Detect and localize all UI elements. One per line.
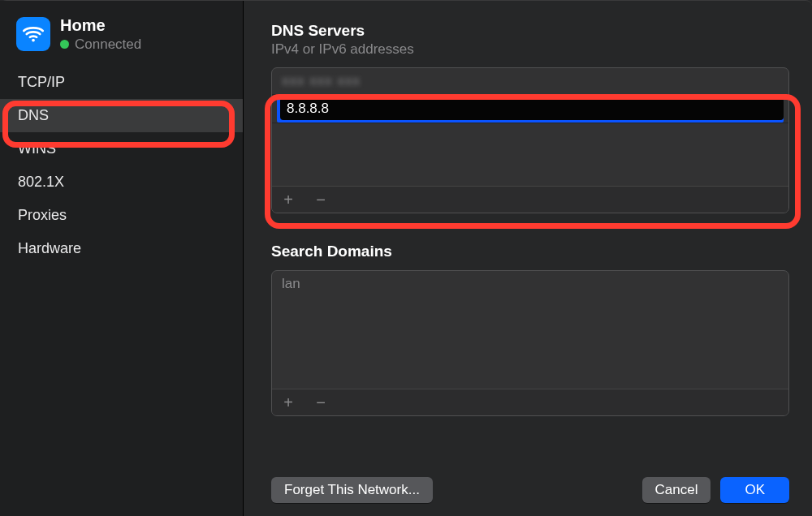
tab-8021x[interactable]: 802.1X: [0, 166, 243, 199]
search-domains-buttons: + −: [272, 389, 788, 415]
search-domains-title: Search Domains: [271, 243, 789, 260]
tab-dns[interactable]: DNS: [0, 99, 243, 132]
wifi-icon: [16, 17, 50, 51]
sidebar: Home Connected TCP/IP DNS WINS 802.1X Pr…: [0, 1, 244, 516]
tab-proxies[interactable]: Proxies: [0, 199, 243, 232]
remove-search-domain-button[interactable]: −: [314, 394, 327, 411]
dns-section-title: DNS Servers: [271, 22, 789, 40]
dns-section-subtitle: IPv4 or IPv6 addresses: [271, 41, 789, 58]
cancel-button[interactable]: Cancel: [642, 477, 711, 503]
search-domain-value: lan: [282, 276, 300, 291]
content-pane: DNS Servers IPv4 or IPv6 addresses xxx x…: [244, 1, 812, 516]
tab-tcpip[interactable]: TCP/IP: [0, 66, 243, 99]
add-dns-button[interactable]: +: [282, 191, 295, 208]
status-dot-icon: [60, 40, 69, 49]
network-header: Home Connected: [0, 12, 243, 66]
dns-row-value: xxx xxx xxx: [282, 73, 361, 88]
dns-row-existing[interactable]: xxx xxx xxx: [272, 68, 788, 95]
search-domain-row[interactable]: lan: [272, 271, 788, 297]
dialog-footer: Forget This Network... Cancel OK: [271, 462, 789, 503]
dns-servers-list[interactable]: xxx xxx xxx + −: [271, 67, 789, 213]
tab-wins[interactable]: WINS: [0, 132, 243, 166]
search-domains-list[interactable]: lan + −: [271, 270, 789, 416]
forget-network-button[interactable]: Forget This Network...: [271, 477, 433, 503]
ok-button[interactable]: OK: [720, 477, 789, 503]
remove-dns-button[interactable]: −: [314, 191, 327, 208]
dns-buttons: + −: [272, 186, 788, 213]
network-status: Connected: [75, 36, 141, 53]
dns-input[interactable]: [280, 97, 784, 120]
network-name: Home: [60, 15, 141, 36]
svg-point-0: [32, 39, 35, 42]
dns-row-editing[interactable]: [272, 95, 788, 123]
tab-hardware[interactable]: Hardware: [0, 232, 243, 265]
add-search-domain-button[interactable]: +: [282, 394, 295, 411]
settings-tab-list: TCP/IP DNS WINS 802.1X Proxies Hardware: [0, 66, 243, 265]
